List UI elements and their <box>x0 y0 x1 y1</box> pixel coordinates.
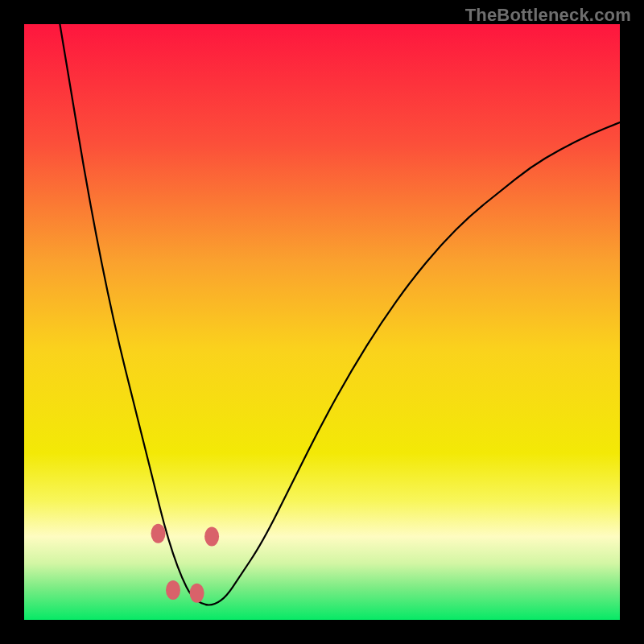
chart-frame: TheBottleneck.com <box>0 0 644 644</box>
highlight-dot <box>151 524 166 543</box>
bottleneck-chart <box>24 24 620 620</box>
highlight-dot <box>166 580 180 600</box>
highlight-dot <box>204 526 219 546</box>
highlight-dot <box>190 584 204 603</box>
watermark-text: TheBottleneck.com <box>465 5 631 26</box>
